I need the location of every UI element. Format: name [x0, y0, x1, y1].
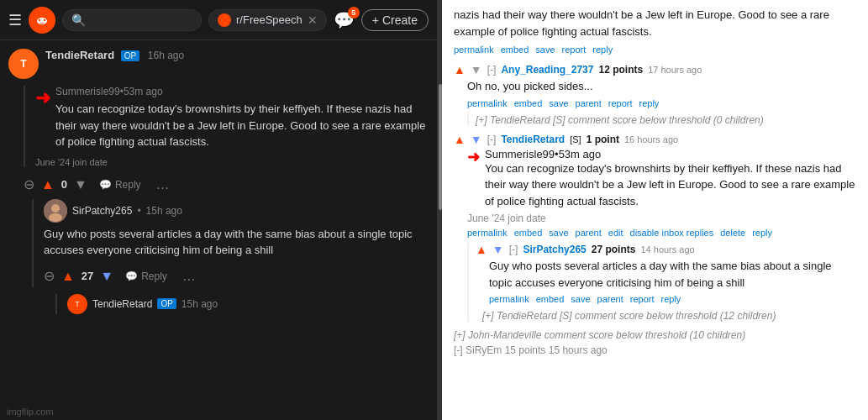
close-subreddit-icon[interactable]: ✕	[308, 13, 318, 27]
tendieretard-s-body-wrap: ➜ Summerisle99•53m ago You can recognize…	[454, 148, 856, 225]
tr-disable-inbox[interactable]: disable inbox replies	[630, 228, 714, 238]
tendieretard-s-time: 16 hours ago	[624, 134, 678, 144]
more-options-button[interactable]: …	[153, 174, 173, 196]
reply-label: Reply	[115, 179, 141, 191]
sirpatchy-more-button[interactable]: …	[179, 265, 199, 287]
create-plus-icon: +	[372, 13, 379, 27]
tendieretard-nested-header: T TendieRetard OP 15h ago	[67, 294, 429, 314]
post-area: T TendieRetard OP 16h ago ➜ Summerisle99…	[0, 49, 437, 314]
reply-icon: 💬	[99, 179, 112, 191]
tendieretard-nested-tag: OP	[157, 298, 176, 309]
tendieretard-s-body: You can recognize today's brownshirts by…	[485, 160, 856, 210]
op-avatar: T	[8, 49, 39, 79]
sirpatchy-upvote-button[interactable]: ▲	[61, 269, 75, 284]
tr-edit[interactable]: edit	[608, 228, 623, 238]
any-reading-report[interactable]: report	[608, 98, 633, 108]
embed-link-top[interactable]: embed	[501, 45, 529, 55]
tendieretard-nested-comment: T TendieRetard OP 15h ago	[55, 294, 429, 314]
tr-embed[interactable]: embed	[514, 228, 543, 238]
right-top-text: nazis had their way there wouldn't be a …	[454, 7, 856, 39]
sirpatchy-vote-row: ⊖ ▲ 27 ▼ 💬 Reply …	[44, 265, 429, 287]
save-link-top[interactable]: save	[535, 45, 555, 55]
sp-report[interactable]: report	[630, 294, 655, 304]
left-panel: ☰ 🔍 r/FreeSpeech ✕ 💬 5	[0, 0, 437, 420]
tendieretard-s-upvote[interactable]: ▲	[454, 133, 466, 146]
any-reading-permalink[interactable]: permalink	[467, 98, 508, 108]
downvote-button[interactable]: ▼	[74, 177, 87, 192]
tr-reply[interactable]: reply	[752, 228, 772, 238]
sp-reply[interactable]: reply	[661, 294, 681, 304]
any-reading-reply[interactable]: reply	[639, 98, 660, 108]
tendieretard-nested-username[interactable]: TendieRetard	[92, 298, 152, 310]
sp-embed[interactable]: embed	[536, 294, 565, 304]
any-reading-embed[interactable]: embed	[514, 98, 543, 108]
tendieretard-s-downvote[interactable]: ▼	[471, 133, 482, 146]
any-reading-parent[interactable]: parent	[576, 98, 602, 108]
tr-delete[interactable]: delete	[720, 228, 745, 238]
any-reading-upvote[interactable]: ▲	[454, 63, 466, 76]
create-button[interactable]: + Create	[361, 9, 429, 31]
right-panel[interactable]: nazis had their way there wouldn't be a …	[442, 0, 868, 420]
svg-point-6	[45, 19, 45, 20]
left-scroll-area[interactable]: T TendieRetard OP 16h ago ➜ Summerisle99…	[0, 40, 437, 403]
any-reading-time: 17 hours ago	[648, 65, 702, 75]
reply-link-top[interactable]: reply	[592, 45, 613, 55]
sirpatchy-time-val: 15h ago	[146, 205, 182, 217]
tendieretard-s-header: ▲ ▼ [-] TendieRetard [S] 1 point 16 hour…	[454, 133, 856, 146]
tendieretard-s-summerisle-header: Summerisle99•53m ago	[485, 148, 856, 160]
any-reading-downvote[interactable]: ▼	[471, 63, 482, 76]
red-arrow-right: ➜	[467, 148, 480, 166]
any-reading-save[interactable]: save	[549, 98, 568, 108]
tendieretard-grandchild: [+] TendieRetard [S] comment score below…	[482, 309, 856, 322]
reply-button[interactable]: 💬 Reply	[94, 176, 146, 194]
sirpatchy-comment: SirPatchy265 • 15h ago Guy who posts sev…	[32, 199, 429, 287]
search-bar[interactable]: 🔍	[62, 9, 202, 31]
any-reading-header: ▲ ▼ [-] Any_Reading_2737 12 points 17 ho…	[454, 63, 856, 76]
menu-icon[interactable]: ☰	[8, 11, 22, 29]
sirpatchy-collapse-button[interactable]: ⊖	[44, 268, 55, 284]
report-link-top[interactable]: report	[562, 45, 587, 55]
upvote-button[interactable]: ▲	[41, 177, 55, 192]
sirpatchy-right-downvote[interactable]: ▼	[492, 243, 504, 256]
summerisle-body: You can recognize today's brownshirts by…	[55, 101, 429, 150]
tr-parent[interactable]: parent	[576, 228, 602, 238]
sirpatchy-right-username[interactable]: SirPatchy265	[523, 244, 586, 255]
sirpatchy-reply-icon: 💬	[125, 270, 138, 282]
tr-save[interactable]: save	[549, 228, 568, 238]
subreddit-pill[interactable]: r/FreeSpeech ✕	[208, 9, 327, 31]
permalink-link-top[interactable]: permalink	[454, 45, 494, 55]
reddit-snoo-icon	[34, 12, 50, 29]
sirpatchy-time: •	[137, 205, 140, 217]
op-tag: OP	[121, 50, 139, 61]
sp-parent[interactable]: parent	[597, 294, 623, 304]
collapse-button[interactable]: ⊖	[24, 176, 34, 192]
summerisle-comment-block: ➜ Summerisle99•53m ago You can recognize…	[24, 86, 429, 167]
right-join-date: June '24 join date	[467, 213, 856, 224]
sirpatchy-body: Guy who posts several articles a day wit…	[44, 226, 429, 259]
tendieretard-s-links: permalink embed save parent edit disable…	[454, 228, 856, 238]
sp-save[interactable]: save	[571, 294, 590, 304]
sirpatchy-reply-button[interactable]: 💬 Reply	[120, 267, 172, 286]
tr-permalink[interactable]: permalink	[467, 228, 508, 238]
siryvem-row: [-] SiRyEm 15 points 15 hours ago	[454, 344, 856, 356]
sirpatchy-right-time: 14 hours ago	[640, 244, 694, 255]
comment-tendieretard-s: ▲ ▼ [-] TendieRetard [S] 1 point 16 hour…	[454, 133, 856, 323]
tendieretard-s-score: 1 point	[587, 134, 619, 145]
watermark-area: imgflip.com	[0, 403, 437, 420]
sirpatchy-right-upvote[interactable]: ▲	[476, 243, 487, 256]
tendieretard-nested-time: 15h ago	[181, 298, 218, 310]
john-mandeville-threshold-wrap: [+] John-Mandeville comment score below …	[454, 328, 856, 341]
sirpatchy-downvote-button[interactable]: ▼	[100, 269, 113, 284]
sp-permalink[interactable]: permalink	[489, 294, 529, 304]
op-username[interactable]: TendieRetard	[45, 49, 114, 61]
sirpatchy-right-body: Guy who posts several articles a day wit…	[476, 258, 856, 291]
sirpatchy-username[interactable]: SirPatchy265	[72, 205, 132, 217]
op-comment-header: T TendieRetard OP 16h ago	[8, 49, 429, 79]
comment-any-reading: ▲ ▼ [-] Any_Reading_2737 12 points 17 ho…	[454, 63, 856, 126]
subreddit-name: r/FreeSpeech	[236, 13, 302, 26]
reddit-logo[interactable]	[29, 7, 55, 34]
sirpatchy-header: SirPatchy265 • 15h ago	[44, 199, 429, 223]
summerisle-header: Summerisle99•53m ago	[55, 86, 429, 97]
tendieretard-s-username[interactable]: TendieRetard	[501, 134, 565, 145]
any-reading-username[interactable]: Any_Reading_2737	[501, 64, 593, 76]
